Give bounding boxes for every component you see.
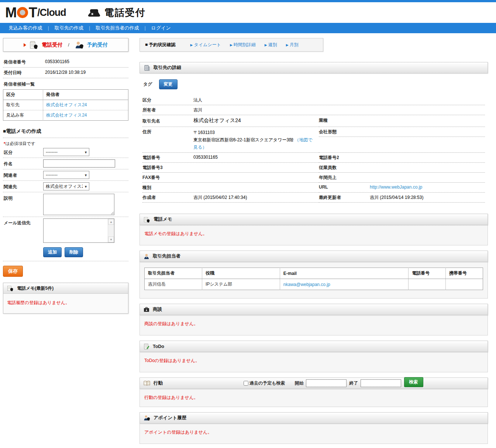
action-section: 行動 過去の予定も検索 開始 終了 検索 行動の登録はありません。 [140,378,488,407]
caller-candidates-title: 発信者候補一覧 [3,78,128,89]
past-schedule-checkbox[interactable] [244,381,248,386]
col-header-kubun: 区分 [3,90,43,100]
search-button[interactable]: 検索 [404,377,423,387]
contacts-table: 取引先担当者 役職 E-mail 電話番号 携帯番号 吉川信岳 IPシステム部 … [144,268,483,290]
phone-memo-icon [7,285,14,292]
sidebar: 電話受付 / 予約受付 発信者番号 0353301165 受付日時 2016/1… [3,38,128,314]
detail-address-label: 住所 [142,129,193,151]
past-schedule-label-text: 過去の予定も検索 [249,380,285,386]
memo-related-person-value: -------- [46,172,58,178]
save-button[interactable]: 保存 [3,266,23,277]
meeting-title: 商談 [153,306,162,313]
contact-position: IPシステム部 [202,279,280,290]
link-weekly[interactable]: 週別 [265,42,277,48]
memo-kubun-select[interactable]: -------- [43,148,89,156]
memo-related-person-select[interactable]: -------- [43,171,89,179]
app-header: M T /Cloud 電話受付 [0,2,496,23]
candidate-account-link[interactable]: 株式会社オフィス24 [46,102,87,107]
contact-mobile [446,279,483,290]
contact-phone [409,279,446,290]
action-empty-message: 行動の登録はありません。 [144,395,198,400]
link-timesheet[interactable]: タイムシート [190,42,221,48]
detail-fax-label: FAX番号 [142,175,193,181]
table-row: 見込み客 株式会社オフィス24 [3,110,128,121]
detail-owner-value: 吉川 [193,107,202,113]
logo-cloud-text: /Cloud [37,7,66,18]
memo-subject-label: 件名 [4,159,43,167]
past-schedule-checkbox-label[interactable]: 過去の予定も検索 [244,380,285,386]
appointment-section: アポイント履歴 アポイントの登録はありません。 [140,412,488,444]
divider [3,261,128,261]
chevron-down-icon [84,172,87,178]
tag-change-button[interactable]: 変更 [159,79,178,89]
link-monthly[interactable]: 月別 [286,42,299,48]
link-hourly-detail[interactable]: 時間別詳細 [230,42,256,48]
col-header-contact-name: 取引先担当者 [145,268,202,279]
detail-phone-value: 0353301165 [193,155,218,161]
reservation-status-bar: ■ 予約状況確認 タイムシート 時間別詳細 週別 月別 [140,38,323,52]
memo-form-title: ■電話メモの作成 [3,128,128,138]
detail-phone-label: 電話番号 [142,155,193,161]
mot-cloud-logo: M T /Cloud [5,5,66,21]
todo-section: ToDo ToDoの登録はありません。 [140,341,488,372]
contact-email-link[interactable]: nkawa@webjapan.co.jp [283,282,330,287]
detail-updater-label: 最終更新者 [319,194,370,201]
detail-kubun-value: 法人 [193,97,202,103]
received-datetime-label: 受付日時 [4,70,45,76]
nav-item-create-account[interactable]: 取引先の作成 [49,25,89,31]
memo-mail-listbox[interactable]: ▲ ▼ [43,218,114,243]
table-row: 吉川信岳 IPシステム部 nkawa@webjapan.co.jp [145,279,483,290]
todo-title: ToDo [153,344,164,349]
contacts-title: 取引先担当者 [153,253,180,259]
end-date-input[interactable] [361,379,401,387]
detail-name-label: 取引先名 [142,117,193,124]
contact-name: 吉川信岳 [145,279,202,290]
memo-related-to-label: 関連先 [4,182,43,190]
nav-item-create-contact[interactable]: 取引先担当者の作成 [90,25,144,31]
todo-notepad-icon [144,344,149,349]
detail-company-type-label: 会社形態 [319,129,370,135]
scroll-up-icon[interactable]: ▲ [108,219,114,225]
memo-description-textarea[interactable] [43,194,114,215]
phone-memo-latest-title: 電話メモ(最新5件) [17,285,54,292]
tab-separator: / [66,42,72,48]
start-date-label: 開始 [295,380,304,386]
person-icon [144,254,149,259]
start-date-input[interactable] [306,379,347,387]
website-url-link[interactable]: http://www.webJapan.co.jp [370,185,422,191]
detail-name-value: 株式会社オフィス24 [193,117,241,124]
logo-orange-ring-icon [17,7,28,18]
detail-owner-label: 所有者 [142,107,193,113]
received-datetime-row: 受付日時 2016/12/28 10:38:19 [3,68,128,78]
detail-creator-value: 吉川 (2015/04/02 17:40:34) [193,194,247,201]
tab-phone-reception[interactable]: 電話受付 [42,42,62,48]
delete-button[interactable]: 削除 [65,247,83,257]
memo-related-to-select[interactable]: 株式会社オフィス24 [43,182,89,190]
phone-memo-section: 電話メモ 電話メモの登録はありません。 [140,214,488,245]
memo-subject-input[interactable] [43,159,115,168]
memo-kubun-label: 区分 [4,148,43,156]
scroll-down-icon[interactable]: ▼ [108,237,114,242]
scrollbar[interactable]: ▲ ▼ [108,219,114,242]
tab-reservation-reception[interactable]: 予約受付 [87,42,108,48]
nav-item-create-lead[interactable]: 見込み客の作成 [3,25,48,31]
memo-mail-label: メール送信先 [4,218,43,226]
logo-letter-t: T [29,5,37,21]
memo-related-to-value: 株式会社オフィス24 [46,183,83,190]
meeting-section: 商談 商談の登録はありません。 [140,304,488,335]
tag-label: タグ [143,81,152,87]
add-button[interactable]: 追加 [43,247,62,257]
main-content: ■ 予約状況確認 タイムシート 時間別詳細 週別 月別 取引先の詳細 [140,38,488,448]
reservation-status-title: ■ 予約状況確認 [145,42,176,48]
memo-related-person-label: 関連者 [4,171,43,179]
phone-memo-latest-panel: 電話メモ(最新5件) 電話履歴の登録はありません。 [3,283,128,314]
candidate-lead-link[interactable]: 株式会社オフィス24 [46,113,87,118]
col-header-position: 役職 [202,268,280,279]
col-header-email: E-mail [280,268,408,279]
main-nav: 見込み客の作成 | 取引先の作成 | 取引先担当者の作成 | ログイン [0,23,496,33]
nav-item-login[interactable]: ログイン [146,25,176,31]
memo-description-label: 説明 [4,194,43,201]
account-detail-section: 取引先の詳細 タグ 変更 区分 法人 所有者 吉川 取引先 [140,62,488,206]
col-header-mobile: 携帯番号 [446,268,483,279]
logo-letter-m: M [5,5,16,21]
